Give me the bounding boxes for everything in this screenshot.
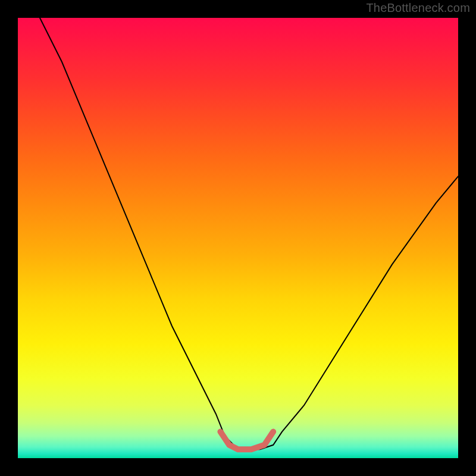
- curve-layer: [18, 18, 458, 458]
- plot-area: [18, 18, 458, 458]
- watermark-text: TheBottleneck.com: [366, 1, 470, 15]
- valley-highlight: [220, 432, 273, 450]
- bottleneck-curve: [40, 18, 458, 449]
- chart-frame: TheBottleneck.com: [0, 0, 476, 476]
